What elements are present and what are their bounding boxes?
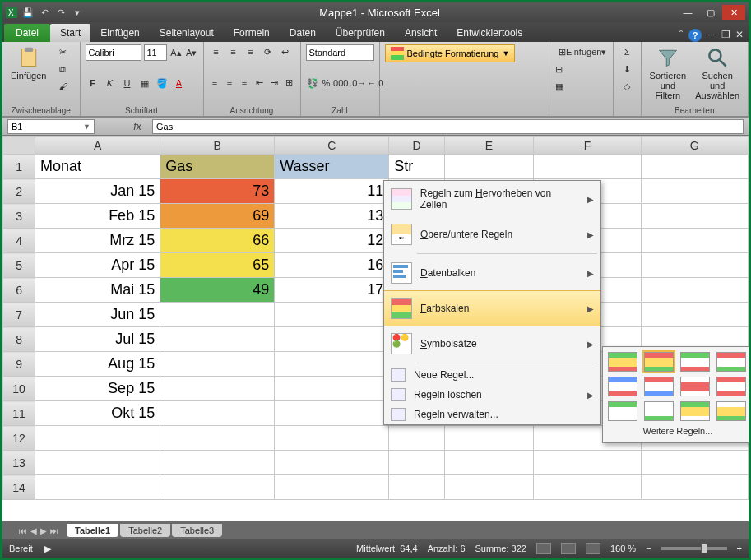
spreadsheet-grid[interactable]: ABCDEFG1MonatGasWasserStr2Jan 1573113Feb… [2, 136, 749, 521]
color-scale-thumb-9[interactable] [644, 401, 674, 421]
menu-data-bars[interactable]: Datenbalken▶ [384, 256, 600, 290]
fx-icon[interactable]: fx [127, 121, 147, 132]
color-scale-thumb-10[interactable] [680, 401, 710, 421]
sheet-tab-3[interactable]: Tabelle3 [172, 524, 222, 537]
cell-C10[interactable] [275, 377, 389, 401]
zoom-slider[interactable] [661, 547, 727, 550]
sheet-tab-1[interactable]: Tabelle1 [67, 524, 118, 537]
help-icon[interactable]: ? [688, 29, 702, 42]
sheet-nav-last-icon[interactable]: ⏭ [50, 526, 58, 535]
align-mid-icon[interactable]: ≡ [226, 44, 241, 59]
cell-C13[interactable] [275, 451, 389, 475]
doc-minimize-icon[interactable]: — [707, 29, 716, 42]
menu-icon-sets[interactable]: 🔴🟡🟢 Symbolsätze▶ [384, 326, 600, 361]
doc-close-icon[interactable]: ✕ [735, 29, 744, 42]
cell-B5[interactable]: 65 [160, 253, 275, 278]
cell-A12[interactable] [35, 426, 160, 451]
cell-B11[interactable] [160, 401, 275, 426]
sheet-tab-2[interactable]: Tabelle2 [120, 524, 170, 537]
format-painter-icon[interactable]: 🖌 [55, 79, 70, 94]
row-header-4[interactable]: 4 [3, 229, 35, 253]
cell-E12[interactable] [444, 426, 534, 451]
cell-A10[interactable]: Sep 15 [35, 377, 160, 401]
redo-icon[interactable]: ↷ [55, 7, 67, 18]
col-header-A[interactable]: A [35, 137, 160, 155]
menu-manage-rules[interactable]: Regeln verwalten... [384, 405, 600, 424]
cut-icon[interactable]: ✂ [55, 44, 70, 59]
view-layout-icon[interactable] [561, 543, 576, 554]
cell-A7[interactable]: Jun 15 [35, 303, 160, 327]
find-select-button[interactable]: Suchen und Auswählen [692, 44, 743, 102]
autosum-icon[interactable]: Σ [619, 44, 634, 59]
menu-clear-rules[interactable]: Regeln löschen▶ [384, 385, 600, 405]
row-header-12[interactable]: 12 [3, 426, 35, 451]
color-scale-thumb-8[interactable] [608, 401, 637, 421]
menu-color-scales[interactable]: Farbskalen▶ [384, 290, 600, 326]
cell-D1[interactable]: Str [389, 155, 444, 179]
cell-B7[interactable] [160, 303, 275, 327]
cell-B2[interactable]: 73 [160, 179, 275, 204]
row-header-9[interactable]: 9 [3, 352, 35, 377]
view-normal-icon[interactable] [536, 543, 551, 554]
row-header-13[interactable]: 13 [3, 451, 35, 475]
color-scale-thumb-5[interactable] [644, 377, 674, 396]
wrap-icon[interactable]: ↩ [278, 44, 293, 59]
row-header-2[interactable]: 2 [3, 179, 35, 204]
grow-font-icon[interactable]: A▴ [169, 45, 183, 60]
row-header-8[interactable]: 8 [3, 327, 35, 352]
color-scale-thumb-3[interactable] [716, 352, 746, 372]
conditional-formatting-button[interactable]: Bedingte Formatierung ▼ [385, 44, 516, 62]
cell-A9[interactable]: Aug 15 [35, 352, 160, 377]
cell-D13[interactable] [389, 451, 444, 475]
macro-record-icon[interactable]: ▶ [44, 544, 51, 554]
cell-G2[interactable] [641, 179, 748, 204]
cell-F14[interactable] [534, 475, 641, 500]
menu-highlight-rules[interactable]: Regeln zum Hervorheben von Zellen▶ [384, 181, 600, 217]
comma-icon[interactable]: 000 [333, 76, 348, 90]
cell-B14[interactable] [160, 475, 275, 500]
paste-button[interactable]: Einfügen [7, 44, 49, 82]
file-tab[interactable]: Datei [4, 24, 50, 42]
tab-seitenlayout[interactable]: Seitenlayout [150, 24, 224, 42]
cell-B3[interactable]: 69 [160, 204, 275, 229]
color-scale-thumb-2[interactable] [680, 352, 710, 372]
cell-A4[interactable]: Mrz 15 [35, 229, 160, 253]
align-left-icon[interactable]: ≡ [209, 75, 221, 90]
tab-ansicht[interactable]: Ansicht [395, 24, 447, 42]
cell-G6[interactable] [641, 278, 748, 303]
bold-icon[interactable]: F [86, 76, 100, 90]
save-icon[interactable]: 💾 [22, 7, 34, 18]
sheet-nav-first-icon[interactable]: ⏮ [19, 526, 27, 535]
align-right-icon[interactable]: ≡ [239, 75, 251, 90]
align-bot-icon[interactable]: ≡ [243, 44, 258, 59]
cell-B8[interactable] [160, 327, 275, 352]
row-header-3[interactable]: 3 [3, 204, 35, 229]
orientation-icon[interactable]: ⟳ [261, 44, 276, 59]
align-center-icon[interactable]: ≡ [224, 75, 236, 90]
menu-top-bottom-rules[interactable]: ₁₀ Obere/untere Regeln▶ [384, 217, 600, 252]
align-top-icon[interactable]: ≡ [209, 44, 224, 59]
font-color-icon[interactable]: A [172, 76, 187, 90]
sheet-nav-next-icon[interactable]: ▶ [40, 526, 47, 535]
cell-C8[interactable] [275, 327, 389, 352]
row-header-11[interactable]: 11 [3, 401, 35, 426]
font-size-combo[interactable]: 11 [144, 44, 168, 61]
fill-icon[interactable]: ⬇ [619, 62, 634, 76]
cell-B1[interactable]: Gas [160, 155, 275, 179]
cell-A2[interactable]: Jan 15 [35, 179, 160, 204]
font-name-combo[interactable]: Calibri [86, 44, 141, 61]
col-header-C[interactable]: C [275, 137, 389, 155]
fill-color-icon[interactable]: 🪣 [155, 76, 169, 90]
copy-icon[interactable]: ⧉ [55, 62, 70, 76]
insert-cells-button[interactable]: ⊞ Einfügen ▾ [554, 44, 610, 59]
cell-C14[interactable] [275, 475, 389, 500]
cell-A8[interactable]: Jul 15 [35, 327, 160, 352]
shrink-font-icon[interactable]: A▾ [185, 45, 198, 60]
ribbon-min-icon[interactable]: ˄ [679, 29, 684, 42]
tab-entwicklertools[interactable]: Entwicklertools [447, 24, 532, 42]
percent-icon[interactable]: % [322, 76, 331, 90]
cell-A6[interactable]: Mai 15 [35, 278, 160, 303]
name-box[interactable]: B1▼ [7, 119, 95, 134]
cell-C6[interactable]: 17 [275, 278, 389, 303]
cell-C1[interactable]: Wasser [275, 155, 389, 179]
